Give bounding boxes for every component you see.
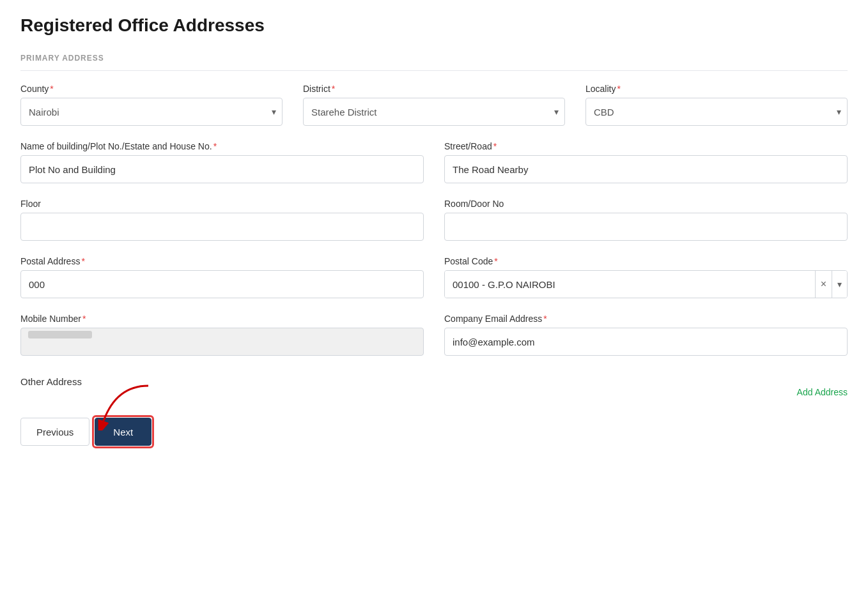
add-address-link[interactable]: Add Address [797,387,848,397]
building-input[interactable] [20,155,424,183]
floor-input[interactable] [20,213,424,241]
mobile-input[interactable] [20,328,424,356]
locality-required: * [617,84,620,94]
locality-group: Locality* CBD Westlands Parklands ▾ [585,84,848,126]
street-required: * [493,141,497,151]
county-required: * [50,84,53,94]
county-group: County* Nairobi Mombasa Kisumu ▾ [20,84,283,126]
address-row-5: Mobile Number* Company Email Address* [20,314,848,356]
room-input[interactable] [444,213,848,241]
street-input[interactable] [444,155,848,183]
footer-row: Other Address Add Address [20,371,848,397]
room-label: Room/Door No [444,199,848,209]
county-select[interactable]: Nairobi Mombasa Kisumu [20,98,283,126]
postal-code-group: Postal Code* × ▾ [444,256,848,298]
postal-address-input[interactable] [20,270,424,298]
address-row-2: Name of building/Plot No./Estate and Hou… [20,141,848,183]
floor-label: Floor [20,199,424,209]
postal-clear-icon[interactable]: × [815,271,832,298]
next-button[interactable]: Next [95,418,151,446]
locality-select[interactable]: CBD Westlands Parklands [585,98,848,126]
email-group: Company Email Address* [444,314,848,356]
postal-code-required: * [494,256,497,266]
district-select-wrapper: Starehe District Westlands Kasarani ▾ [303,98,565,126]
email-required: * [543,314,546,324]
room-group: Room/Door No [444,199,848,241]
building-group: Name of building/Plot No./Estate and Hou… [20,141,424,183]
postal-code-label: Postal Code* [444,256,848,266]
address-row-3: Floor Room/Door No [20,199,848,241]
mobile-group: Mobile Number* [20,314,424,356]
district-group: District* Starehe District Westlands Kas… [303,84,565,126]
county-label: County* [20,84,283,94]
floor-group: Floor [20,199,424,241]
postal-address-group: Postal Address* [20,256,424,298]
postal-dropdown-icon[interactable]: ▾ [832,271,847,298]
locality-select-wrapper: CBD Westlands Parklands ▾ [585,98,848,126]
building-label: Name of building/Plot No./Estate and Hou… [20,141,424,151]
mobile-label: Mobile Number* [20,314,424,324]
street-group: Street/Road* [444,141,848,183]
county-select-wrapper: Nairobi Mombasa Kisumu ▾ [20,98,283,126]
postal-address-label: Postal Address* [20,256,424,266]
next-button-wrapper: Next [95,418,151,446]
district-label: District* [303,84,565,94]
email-label: Company Email Address* [444,314,848,324]
page-title: Registered Office Addresses [20,15,848,36]
mobile-required: * [82,314,86,324]
building-required: * [213,141,217,151]
address-row-4: Postal Address* Postal Code* × ▾ [20,256,848,298]
locality-label: Locality* [585,84,848,94]
street-label: Street/Road* [444,141,848,151]
postal-code-wrapper: × ▾ [444,270,848,298]
previous-button[interactable]: Previous [20,418,89,446]
postal-address-required: * [81,256,84,266]
district-required: * [332,84,335,94]
district-select[interactable]: Starehe District Westlands Kasarani [303,98,565,126]
button-row: Previous Next [20,418,848,446]
address-row-1: County* Nairobi Mombasa Kisumu ▾ Distric… [20,84,848,126]
other-address-label: Other Address [20,376,82,387]
email-input[interactable] [444,328,848,356]
section-label: PRIMARY ADDRESS [20,54,848,71]
postal-code-input[interactable] [445,271,815,298]
